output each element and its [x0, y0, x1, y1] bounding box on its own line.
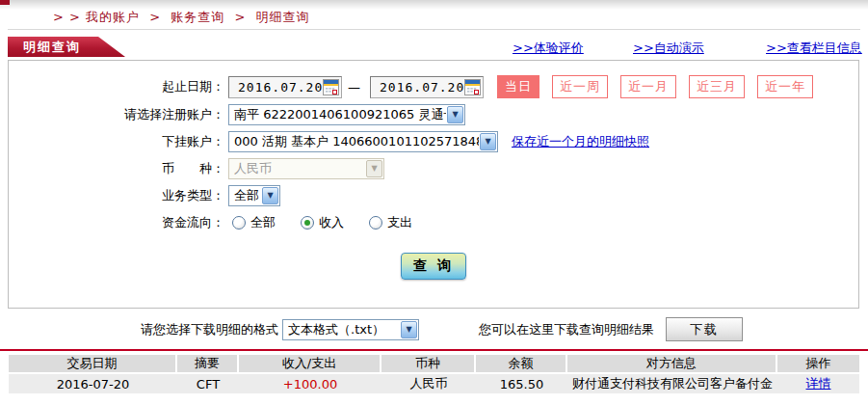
download-hint-text: 您可以在这里下载查询明细结果: [479, 321, 654, 338]
fund-flow-option-all-label: 全部: [250, 214, 276, 231]
business-type-label: 业务类型：: [9, 187, 224, 204]
cell-summary: CFT: [177, 374, 239, 393]
detail-query-page: > > 我的账户 > 账务查询 > 明细查询 明细查询 >>体验评价 >>自动演…: [0, 0, 868, 405]
date-range-dash: —: [348, 80, 360, 94]
sub-account-select[interactable]: 000 活期 基本户 1406600101102571848 ▼: [228, 131, 498, 152]
header-income-expense: 收入/支出: [239, 355, 381, 374]
fund-flow-option-income-label: 收入: [319, 214, 344, 231]
date-from-input[interactable]: [229, 80, 323, 94]
red-divider: [0, 349, 868, 351]
currency-row: 币 种： 人民币 ▼: [9, 157, 858, 179]
fund-flow-option-all[interactable]: 全部: [232, 214, 276, 231]
download-format-select[interactable]: 文本格式（.txt） ▼: [282, 319, 419, 340]
cell-counterparty: 财付通支付科技有限公司客户备付金: [567, 374, 777, 393]
query-form-panel: 起止日期： —: [8, 60, 859, 309]
fund-flow-row: 资金流向： 全部 收入 支出: [9, 211, 858, 233]
detail-link[interactable]: 详情: [806, 376, 831, 391]
header-trade-date: 交易日期: [9, 355, 177, 374]
breadcrumb-separator: >: [234, 10, 246, 24]
date-range-label: 起止日期：: [9, 78, 224, 95]
corner-red-flag: [0, 0, 10, 5]
detail-table: 交易日期 摘要 收入/支出 币种 余额 对方信息 操作 2016-07-20 C…: [9, 355, 859, 393]
download-format-label: 请您选择下载明细的格式: [141, 321, 278, 338]
fund-flow-option-expense-label: 支出: [387, 214, 412, 231]
currency-label: 币 种：: [9, 160, 224, 177]
horizontal-divider: [8, 29, 860, 30]
table-row: 2016-07-20 CFT +100.00 人民币 165.50 财付通支付科…: [9, 374, 859, 393]
radio-unchecked-icon[interactable]: [232, 216, 246, 230]
quick-range-week-button[interactable]: 近一周: [552, 75, 608, 98]
business-type-row: 业务类型： 全部 ▼: [9, 184, 858, 206]
business-type-value: 全部: [229, 187, 261, 204]
sub-account-label: 下挂账户：: [9, 133, 224, 150]
table-header-row: 交易日期 摘要 收入/支出 币种 余额 对方信息 操作: [9, 355, 859, 374]
radio-unchecked-icon[interactable]: [369, 216, 382, 230]
registered-account-row: 请选择注册账户： 南平 6222001406100921065 灵通卡 ▼: [9, 103, 858, 125]
date-to-input[interactable]: [371, 80, 464, 94]
sub-account-row: 下挂账户： 000 活期 基本户 1406600101102571848 ▼ 保…: [9, 130, 858, 152]
quick-range-today-button[interactable]: 当日: [497, 75, 539, 98]
chevron-down-icon: ▼: [366, 160, 382, 177]
fund-flow-radio-group: 全部 收入 支出: [232, 214, 437, 231]
link-auto-demo[interactable]: >>自动演示: [633, 40, 704, 57]
date-to-field: [370, 76, 484, 98]
registered-account-value: 南平 6222001406100921065 灵通卡: [229, 106, 446, 123]
fund-flow-option-income[interactable]: 收入: [301, 214, 344, 231]
chevron-down-icon: ▼: [401, 321, 417, 338]
calendar-icon[interactable]: [323, 79, 339, 95]
breadcrumb-item-account-query[interactable]: 账务查询: [171, 10, 224, 24]
registered-account-select[interactable]: 南平 6222001406100921065 灵通卡 ▼: [228, 104, 465, 125]
quick-range-year-button[interactable]: 近一年: [757, 75, 813, 98]
header-balance: 余额: [476, 355, 567, 374]
currency-select-disabled: 人民币 ▼: [228, 158, 384, 179]
download-button[interactable]: 下载: [666, 317, 743, 341]
sub-account-value: 000 活期 基本户 1406600101102571848: [229, 133, 479, 150]
date-from-field: [228, 76, 342, 98]
download-format-value: 文本格式（.txt）: [283, 321, 400, 338]
quick-range-group: 当日 近一周 近一月 近三月 近一年: [497, 75, 826, 98]
header-currency: 币种: [381, 355, 476, 374]
fund-flow-option-expense[interactable]: 支出: [369, 214, 412, 231]
link-view-column-info[interactable]: >>查看栏目信息: [766, 40, 862, 57]
radio-checked-icon[interactable]: [301, 216, 314, 230]
chevron-down-icon: ▼: [262, 187, 278, 204]
breadcrumb-separator: >: [149, 10, 161, 24]
breadcrumb-item-my-account[interactable]: 我的账户: [86, 10, 140, 24]
breadcrumb-item-detail-query[interactable]: 明细查询: [255, 10, 309, 24]
business-type-select[interactable]: 全部 ▼: [228, 185, 280, 206]
header-summary: 摘要: [177, 355, 239, 374]
registered-account-label: 请选择注册账户：: [9, 106, 224, 123]
calendar-icon[interactable]: [464, 79, 481, 95]
link-experience-rating[interactable]: >>体验评价: [513, 40, 584, 57]
quick-range-3months-button[interactable]: 近三月: [689, 75, 745, 98]
header-operation: 操作: [777, 355, 859, 374]
date-range-row: 起止日期： —: [9, 75, 858, 98]
currency-value: 人民币: [229, 160, 365, 177]
download-row: 请您选择下载明细的格式 文本格式（.txt） ▼ 您可以在这里下载查询明细结果 …: [0, 317, 868, 341]
tab-detail-query[interactable]: 明细查询: [8, 37, 125, 57]
header-counterparty: 对方信息: [567, 355, 777, 374]
query-button[interactable]: 查 询: [401, 253, 466, 280]
fund-flow-label: 资金流向：: [9, 214, 224, 231]
cell-income-expense: +100.00: [239, 374, 381, 393]
quick-range-month-button[interactable]: 近一月: [620, 75, 676, 98]
chevron-down-icon: ▼: [447, 106, 463, 123]
cell-trade-date: 2016-07-20: [9, 374, 177, 393]
save-snapshot-link[interactable]: 保存近一个月的明细快照: [512, 133, 649, 150]
chevron-down-icon: ▼: [480, 133, 496, 150]
breadcrumb-prefix: > >: [53, 10, 81, 24]
breadcrumb: > > 我的账户 > 账务查询 > 明细查询: [53, 9, 309, 26]
cell-currency: 人民币: [381, 374, 476, 393]
cell-balance: 165.50: [476, 374, 567, 393]
